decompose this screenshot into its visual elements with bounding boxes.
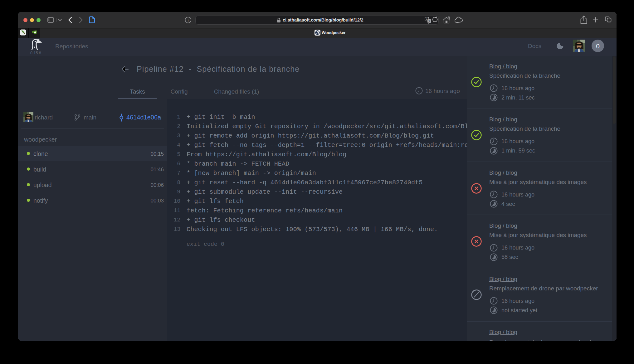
svg-text:文: 文 (428, 20, 431, 23)
svg-text:i: i (188, 18, 189, 22)
